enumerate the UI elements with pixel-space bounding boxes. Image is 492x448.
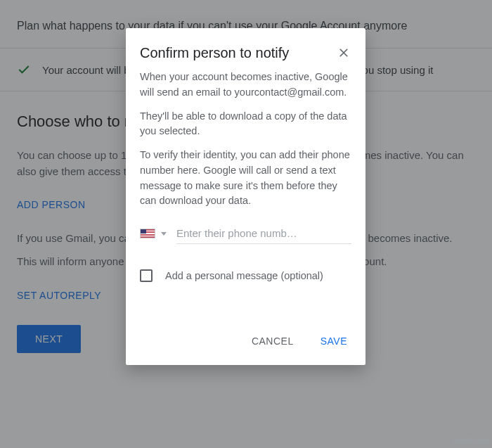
dialog-paragraph-2: They'll be able to download a copy of th… [140,109,351,140]
phone-input[interactable] [176,223,351,244]
dialog-header: Confirm person to notify [126,28,365,70]
close-icon [337,46,350,59]
watermark: wsxdn.com [453,436,488,444]
phone-input-row [126,217,365,254]
us-flag-icon [140,229,155,238]
dialog-body: When your account becomes inactive, Goog… [126,70,365,209]
dialog-title: Confirm person to notify [140,45,289,61]
dialog-actions: CANCEL SAVE [126,289,365,365]
personal-message-checkbox[interactable] [140,269,153,282]
dialog-paragraph-1: When your account becomes inactive, Goog… [140,70,351,101]
personal-message-label: Add a personal message (optional) [165,270,323,281]
save-button[interactable]: SAVE [318,331,350,351]
close-button[interactable] [336,45,351,63]
cancel-button[interactable]: CANCEL [249,331,297,351]
dialog-paragraph-3: To verify their identity, you can add th… [140,148,351,209]
confirm-notify-dialog: Confirm person to notify When your accou… [126,28,365,365]
country-select[interactable] [140,229,167,238]
chevron-down-icon [161,232,167,236]
personal-message-row: Add a personal message (optional) [126,254,365,289]
